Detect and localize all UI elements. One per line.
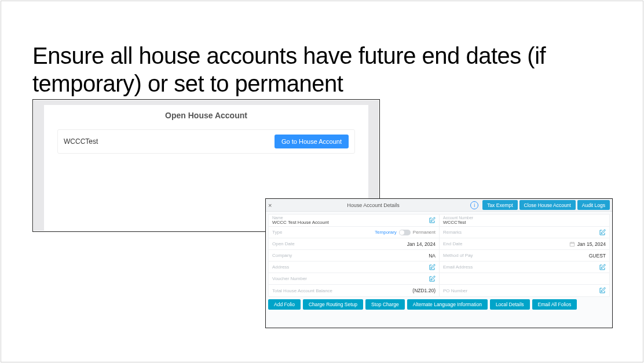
details-footer: Add Folio Charge Routing Setup Stop Char…: [266, 299, 612, 312]
balance-label: Total House Account Balance: [272, 288, 332, 293]
end-date-label: End Date: [443, 241, 462, 246]
close-icon[interactable]: ×: [268, 202, 276, 209]
details-title: House Account Details: [276, 202, 470, 208]
local-details-button[interactable]: Local Details: [490, 299, 530, 310]
remarks-field: Remarks: [439, 227, 609, 238]
name-field: Name WCCC Test House Account: [269, 215, 439, 226]
type-label: Type: [272, 230, 282, 235]
details-header: × House Account Details i Tax Exempt Clo…: [266, 199, 612, 212]
go-to-house-account-button[interactable]: Go to House Account: [275, 135, 349, 148]
email-address-field: Email Address: [439, 262, 609, 273]
company-field: Company NA: [269, 250, 439, 261]
account-number-value: WCCCTest: [443, 220, 473, 225]
method-of-pay-value: GUEST: [589, 253, 606, 259]
close-house-account-button[interactable]: Close House Account: [519, 200, 576, 210]
company-label: Company: [272, 253, 292, 258]
stop-charge-button[interactable]: Stop Charge: [365, 299, 405, 310]
details-body: Name WCCC Test House Account Account Num…: [268, 214, 610, 297]
end-date-field: End Date Jan 15, 2024: [439, 238, 609, 249]
po-number-label: PO Number: [443, 288, 467, 293]
company-value: NA: [429, 253, 436, 259]
edit-icon[interactable]: [429, 264, 436, 271]
account-name-label: WCCCTest: [64, 137, 98, 146]
edit-icon[interactable]: [599, 287, 606, 294]
empty-field: [439, 273, 609, 284]
type-field: Type Temporary Permanent: [269, 227, 439, 238]
email-all-folios-button[interactable]: Email All Folios: [532, 299, 577, 310]
audit-logs-button[interactable]: Audit Logs: [577, 200, 610, 210]
name-label: Name: [272, 216, 329, 220]
name-value: WCCC Test House Account: [272, 220, 329, 225]
type-temporary-label: Temporary: [375, 230, 397, 235]
address-field: Address: [269, 262, 439, 273]
remarks-label: Remarks: [443, 230, 462, 235]
edit-icon[interactable]: [429, 217, 436, 224]
end-date-value: Jan 15, 2024: [577, 241, 606, 247]
email-address-label: Email Address: [443, 264, 473, 270]
open-date-value: Jan 14, 2024: [407, 241, 436, 247]
page-heading: Ensure all house accounts have future en…: [32, 42, 612, 97]
tax-exempt-button[interactable]: Tax Exempt: [482, 200, 517, 210]
address-label: Address: [272, 264, 289, 270]
edit-icon[interactable]: [599, 264, 606, 271]
alternate-language-button[interactable]: Alternate Language Information: [407, 299, 488, 310]
edit-icon[interactable]: [599, 229, 606, 236]
add-folio-button[interactable]: Add Folio: [268, 299, 301, 310]
open-date-label: Open Date: [272, 241, 295, 246]
edit-icon[interactable]: [429, 275, 436, 282]
account-number-label: Account Number: [443, 216, 473, 220]
info-icon[interactable]: i: [470, 201, 478, 209]
balance-value: (NZD1.20): [412, 288, 436, 293]
open-house-account-title: Open House Account: [45, 105, 368, 129]
charge-routing-setup-button[interactable]: Charge Routing Setup: [303, 299, 363, 310]
voucher-number-label: Voucher Number: [272, 276, 307, 281]
svg-rect-0: [570, 242, 575, 246]
account-row: WCCCTest Go to House Account: [57, 129, 355, 154]
calendar-icon[interactable]: [569, 241, 575, 247]
balance-field: Total House Account Balance (NZD1.20): [269, 285, 439, 296]
type-toggle[interactable]: [399, 230, 411, 235]
po-number-field: PO Number: [439, 285, 609, 296]
house-account-details-panel: × House Account Details i Tax Exempt Clo…: [265, 198, 613, 328]
method-of-pay-label: Method of Pay: [443, 253, 473, 258]
account-number-field: Account Number WCCCTest: [439, 215, 609, 226]
open-date-field: Open Date Jan 14, 2024: [269, 238, 439, 249]
voucher-number-field: Voucher Number: [269, 273, 439, 284]
method-of-pay-field: Method of Pay GUEST: [439, 250, 609, 261]
type-permanent-label: Permanent: [413, 230, 436, 235]
